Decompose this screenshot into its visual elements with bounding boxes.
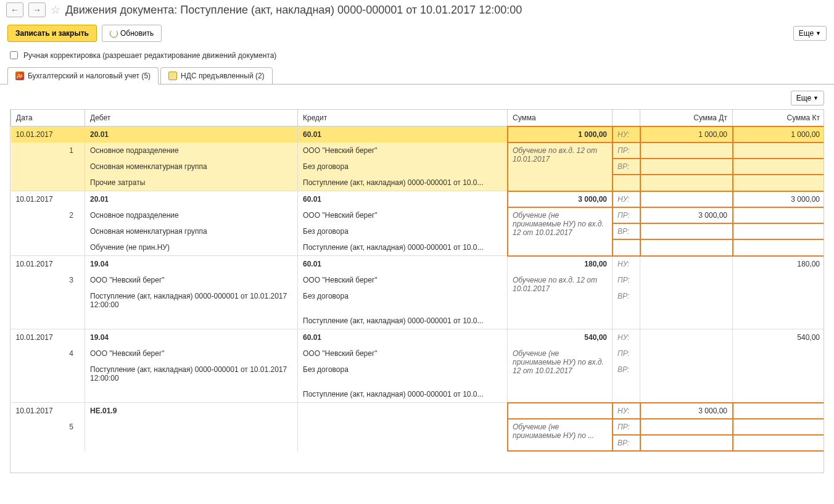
cell-pr-dt bbox=[640, 272, 733, 288]
back-button[interactable]: ← bbox=[6, 2, 23, 17]
cell-side-label bbox=[613, 313, 640, 329]
entries-table: Дата Дебет Кредит Сумма Сумма Дт Сумма К… bbox=[10, 109, 824, 451]
table-row[interactable]: 10.01.2017 20.01 60.01 3 000,00 НУ: 3 00… bbox=[11, 191, 825, 208]
tab-nds[interactable]: НДС предъявленный (2) bbox=[160, 67, 272, 85]
cell-pr-kt bbox=[733, 159, 825, 175]
tabs-bar: Дк Бухгалтерский и налоговый учет (5) НД… bbox=[0, 67, 834, 85]
cell-sum-dt: 3 000,00 bbox=[640, 403, 733, 419]
cell-credit-line: Поступление (акт, накладная) 0000-000001… bbox=[298, 175, 508, 191]
table-row[interactable]: 10.01.2017 19.04 60.01 540,00 НУ: 540,00 bbox=[11, 329, 825, 346]
cell-debit-line: Поступление (акт, накладная) 0000-000001… bbox=[85, 361, 298, 386]
cell-desc: Обучение по вх.д. 12 от 10.01.2017 bbox=[508, 272, 613, 329]
cell-nu-label: НУ: bbox=[613, 126, 640, 143]
cell-sum bbox=[508, 403, 613, 419]
manual-correction-label: Ручная корректировка (разрешает редактир… bbox=[23, 51, 276, 60]
cell-credit-line: Без договора bbox=[298, 288, 508, 313]
table-subrow[interactable]: Поступление (акт, накладная) 0000-000001… bbox=[11, 361, 825, 386]
cell-pr-dt bbox=[640, 239, 733, 256]
cell-sum-dt bbox=[640, 329, 733, 346]
cell-nu-label: НУ: bbox=[613, 191, 640, 208]
forward-button[interactable]: → bbox=[28, 2, 46, 17]
cell-credit-acc bbox=[298, 403, 508, 419]
cell-idx: 2 bbox=[11, 207, 85, 223]
cell-nu-label: НУ: bbox=[613, 329, 640, 346]
col-date[interactable]: Дата bbox=[11, 110, 85, 126]
cell-pr-kt bbox=[733, 175, 825, 191]
cell-pr-dt bbox=[640, 223, 733, 239]
tab-nds-label: НДС предъявленный (2) bbox=[181, 72, 264, 80]
cell-pr-kt bbox=[733, 419, 825, 435]
cell-credit-line: Без договора bbox=[298, 223, 508, 239]
cell-sum-kt bbox=[733, 403, 825, 419]
cell-pr-kt bbox=[733, 223, 825, 239]
refresh-label: Обновить bbox=[120, 29, 154, 38]
cell-idx: 1 bbox=[11, 143, 85, 159]
table-row[interactable]: 10.01.2017 19.04 60.01 180,00 НУ: 180,00 bbox=[11, 256, 825, 273]
cell-sum-kt: 540,00 bbox=[733, 329, 825, 346]
cell-credit-acc: 60.01 bbox=[298, 126, 508, 143]
table-subrow[interactable]: Обучение (не прин.НУ) Поступление (акт, … bbox=[11, 239, 825, 256]
cell-date: 10.01.2017 bbox=[11, 329, 85, 346]
cell-pr-dt: 3 000,00 bbox=[640, 207, 733, 223]
cell-side-label: ПР: bbox=[613, 272, 640, 288]
cell-credit-line: Поступление (акт, накладная) 0000-000001… bbox=[298, 313, 508, 329]
table-subrow[interactable]: Прочие затраты Поступление (акт, накладн… bbox=[11, 175, 825, 191]
table-row[interactable]: 10.01.2017 20.01 60.01 1 000,00 НУ: 1 00… bbox=[11, 126, 825, 143]
more-label: Еще bbox=[799, 29, 814, 38]
inner-more-label: Еще bbox=[796, 94, 811, 102]
col-sum-kt[interactable]: Сумма Кт bbox=[733, 110, 825, 126]
cell-pr-dt bbox=[640, 143, 733, 159]
cell-idx: 4 bbox=[11, 345, 85, 361]
table-subrow[interactable]: Поступление (акт, накладная) 0000-000001… bbox=[11, 288, 825, 313]
table-subrow[interactable]: ВР: bbox=[11, 435, 825, 451]
cell-credit-acc: 60.01 bbox=[298, 256, 508, 273]
cell-side-label: ПР: bbox=[613, 207, 640, 223]
table-subrow[interactable]: 2 Основное подразделение ООО "Невский бе… bbox=[11, 207, 825, 223]
cell-pr-kt bbox=[733, 361, 825, 386]
cell-debit-line bbox=[85, 435, 298, 451]
table-subrow[interactable]: Поступление (акт, накладная) 0000-000001… bbox=[11, 386, 825, 403]
table-subrow[interactable]: Основная номенклатурная группа Без догов… bbox=[11, 223, 825, 239]
tab-accounting[interactable]: Дк Бухгалтерский и налоговый учет (5) bbox=[7, 67, 159, 85]
table-subrow[interactable]: 1 Основное подразделение ООО "Невский бе… bbox=[11, 143, 825, 159]
inner-more-button[interactable]: Еще ▼ bbox=[791, 91, 824, 105]
cell-sum: 180,00 bbox=[508, 256, 613, 273]
cell-idx bbox=[11, 159, 85, 175]
cell-idx: 3 bbox=[11, 272, 85, 288]
manual-correction-checkbox[interactable] bbox=[10, 51, 18, 59]
manual-correction-row: Ручная корректировка (разрешает редактир… bbox=[0, 47, 834, 67]
cell-desc: Обучение (не принимаемые НУ) по ... bbox=[508, 419, 613, 451]
cell-pr-kt bbox=[733, 207, 825, 223]
table-subrow[interactable]: 5 Обучение (не принимаемые НУ) по ... ПР… bbox=[11, 419, 825, 435]
col-sum[interactable]: Сумма bbox=[508, 110, 613, 126]
refresh-button[interactable]: Обновить bbox=[102, 25, 162, 42]
save-close-button[interactable]: Записать и закрыть bbox=[7, 25, 97, 42]
table-subrow[interactable]: 3 ООО "Невский берег" ООО "Невский берег… bbox=[11, 272, 825, 288]
more-button[interactable]: Еще ▼ bbox=[793, 26, 827, 41]
col-credit[interactable]: Кредит bbox=[298, 110, 508, 126]
cell-sum-kt: 3 000,00 bbox=[733, 191, 825, 208]
table-subrow[interactable]: Поступление (акт, накладная) 0000-000001… bbox=[11, 313, 825, 329]
cell-credit-line: ООО "Невский берег" bbox=[298, 272, 508, 288]
cell-pr-kt bbox=[733, 435, 825, 451]
cell-side-label bbox=[613, 175, 640, 191]
cell-debit-line bbox=[85, 386, 298, 403]
cell-pr-kt bbox=[733, 288, 825, 313]
chevron-down-icon: ▼ bbox=[813, 95, 819, 101]
cell-pr-dt bbox=[640, 361, 733, 386]
col-sum-dt[interactable]: Сумма Дт bbox=[640, 110, 733, 126]
favorite-star-icon[interactable]: ☆ bbox=[51, 3, 60, 17]
table-subrow[interactable]: Основная номенклатурная группа Без догов… bbox=[11, 159, 825, 175]
col-debit[interactable]: Дебет bbox=[85, 110, 298, 126]
table-subrow[interactable]: 4 ООО "Невский берег" ООО "Невский берег… bbox=[11, 345, 825, 361]
col-spacer bbox=[613, 110, 640, 126]
cell-desc: Обучение (не принимаемые НУ) по вх.д. 12… bbox=[508, 345, 613, 403]
cell-debit-line: Прочие затраты bbox=[85, 175, 298, 191]
cell-side-label: ВР: bbox=[613, 223, 640, 239]
table-row[interactable]: 10.01.2017 НЕ.01.9 НУ: 3 000,00 bbox=[11, 403, 825, 419]
entries-table-wrap[interactable]: Дата Дебет Кредит Сумма Сумма Дт Сумма К… bbox=[10, 109, 824, 473]
cell-debit-acc: 20.01 bbox=[85, 191, 298, 208]
cell-side-label bbox=[613, 239, 640, 256]
cell-credit-line: Поступление (акт, накладная) 0000-000001… bbox=[298, 386, 508, 403]
cell-nu-label: НУ: bbox=[613, 256, 640, 273]
